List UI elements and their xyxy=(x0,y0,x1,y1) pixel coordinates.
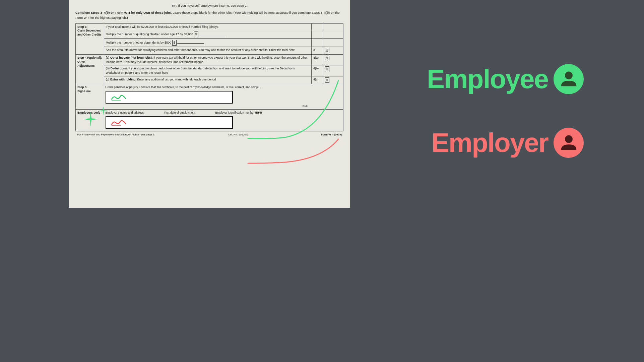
employee-signature-svg xyxy=(109,93,129,102)
step4-row-4c: (c) Extra withholding. Enter any additio… xyxy=(76,76,343,84)
date-label: Date xyxy=(106,104,342,108)
employee-signature-field[interactable] xyxy=(106,91,233,104)
step4-row-4c-text: (c) Extra withholding. Enter any additio… xyxy=(104,76,312,84)
step3-title: Claim Dependent and Other Credits xyxy=(77,29,102,37)
step5-label: Step 5: xyxy=(77,85,102,89)
employee-avatar xyxy=(554,64,584,94)
form-footer: For Privacy Act and Paperwork Reduction … xyxy=(75,131,343,138)
step3-row-a: Multiply the number of qualifying childr… xyxy=(76,30,343,39)
step3-header-row: Step 3: Claim Dependent and Other Credit… xyxy=(76,23,343,30)
form-table: Step 3: Claim Dependent and Other Credit… xyxy=(75,23,343,131)
employers-content: Employer's name and address First date o… xyxy=(104,110,343,131)
employee-label-text: Employee xyxy=(427,64,548,95)
step4-row-4c-num: 4(c) xyxy=(312,76,323,84)
employee-person-icon xyxy=(560,70,578,88)
step4-label: Step 4 (optional): xyxy=(77,56,102,60)
cat-no: Cat. No. 10220Q xyxy=(228,133,248,136)
step3-income-condition: If your total income will be $200,000 or… xyxy=(104,23,312,30)
employers-only-row: Employers Only Employer's name and addre… xyxy=(76,110,343,131)
employer-signature-field[interactable] xyxy=(106,116,233,129)
step3-row-a-text: Multiply the number of qualifying childr… xyxy=(104,30,312,39)
step4-row-4a-num: 4(a) xyxy=(312,55,323,65)
penalty-text: Under penalties of perjury, I declare th… xyxy=(106,85,342,89)
step3-row-b-text: Multiply the number of other dependents … xyxy=(104,38,312,47)
step3-row-c-num: 3 xyxy=(312,47,323,55)
employer-label-text: Employer xyxy=(431,127,548,158)
step3-label: Step 3: xyxy=(77,25,102,29)
sparkle-large-icon xyxy=(83,112,98,127)
employer-avatar xyxy=(554,128,584,158)
form-name: Form W-4 (2023) xyxy=(321,133,342,136)
step5-row: Step 5: Sign Here Under penalties of per… xyxy=(76,84,343,110)
svg-point-0 xyxy=(565,71,573,79)
step3-row-c-text: Add the amounts above for qualifying chi… xyxy=(104,47,312,55)
tip-text: TIP: If you have self-employment income,… xyxy=(75,3,343,8)
step4-title: Other Adjustments xyxy=(77,60,102,68)
sparkle-small-icon xyxy=(99,107,108,115)
document-area: TIP: If you have self-employment income,… xyxy=(69,0,350,208)
complete-steps-notice: Complete Steps 3–4(b) on Form W-4 for on… xyxy=(75,10,343,20)
first-date-label: First date of employment xyxy=(164,111,195,115)
step3-row-b: Multiply the number of other dependents … xyxy=(76,38,343,47)
ein-label: Employer identification number (EIN) xyxy=(215,111,262,115)
privacy-text: For Privacy Act and Paperwork Reduction … xyxy=(77,133,155,136)
step4-row-4a: Step 4 (optional): Other Adjustments (a)… xyxy=(76,55,343,65)
step3-row-c: Add the amounts above for qualifying chi… xyxy=(76,47,343,55)
step5-content: Under penalties of perjury, I declare th… xyxy=(104,84,343,110)
employer-name-label: Employer's name and address xyxy=(106,111,144,115)
step4-row-4a-text: (a) Other income (not from jobs). If you… xyxy=(104,55,312,65)
employer-annotation: Employer xyxy=(431,127,584,158)
step5-title: Sign Here xyxy=(77,89,102,94)
employer-person-icon xyxy=(560,134,578,152)
employer-signature-svg xyxy=(109,118,129,127)
step4-row-4b-num: 4(b) xyxy=(312,65,323,76)
employee-annotation: Employee xyxy=(427,64,584,95)
step4-row-4b-text: (b) Deductions. If you expect to claim d… xyxy=(104,65,312,76)
svg-point-1 xyxy=(565,135,573,143)
step4-row-4b: (b) Deductions. If you expect to claim d… xyxy=(76,65,343,76)
